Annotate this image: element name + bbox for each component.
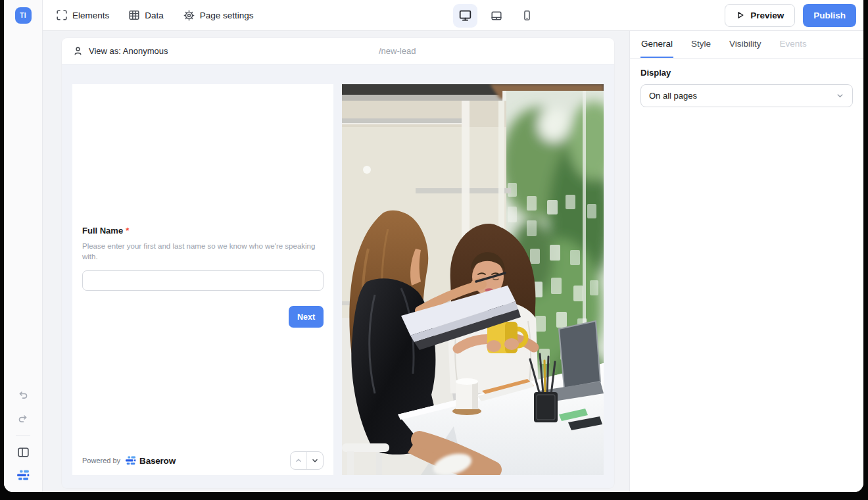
grid-table-icon: [129, 10, 139, 20]
selection-corners-icon: [57, 10, 67, 20]
data-button[interactable]: Data: [129, 10, 164, 20]
panel-body: Display On all pages: [630, 59, 863, 116]
play-icon: [736, 11, 745, 20]
builder-nav: Elements Data: [57, 10, 254, 21]
panel-tabs: General Style Visibility Events: [630, 31, 863, 59]
baserow-logo-icon: [125, 456, 136, 466]
tablet-icon: [491, 10, 502, 22]
toolbar-actions: Preview Publish: [725, 4, 863, 27]
next-row: Next: [82, 306, 324, 328]
tab-general[interactable]: General: [640, 31, 673, 58]
field-help-text: Please enter your first and last name so…: [82, 241, 324, 262]
workarea: View as: Anonymous /new-lead Full Name *…: [43, 31, 863, 492]
baserow-logo-icon[interactable]: [16, 468, 30, 483]
page-settings-button[interactable]: Page settings: [183, 10, 254, 21]
page-body: Full Name * Please enter your first and …: [62, 64, 614, 488]
tab-style[interactable]: Style: [690, 31, 711, 58]
photo-two-women-office: [342, 84, 604, 475]
field-label-row: Full Name *: [82, 226, 324, 236]
chevron-down-icon: [836, 91, 844, 100]
data-label: Data: [145, 11, 164, 20]
elements-label: Elements: [72, 11, 109, 20]
sidebar-divider: [16, 435, 30, 436]
publish-button[interactable]: Publish: [803, 4, 856, 27]
app-window: TI: [4, 0, 863, 492]
chevron-down-icon: [311, 457, 319, 464]
step-down-button[interactable]: [306, 452, 323, 469]
tab-visibility[interactable]: Visibility: [729, 31, 762, 58]
step-up-button[interactable]: [291, 452, 306, 469]
preview-button[interactable]: Preview: [725, 4, 795, 27]
device-tablet-button[interactable]: [484, 4, 508, 28]
display-label: Display: [640, 68, 853, 78]
view-as-bar[interactable]: View as: Anonymous /new-lead: [62, 38, 614, 64]
display-select[interactable]: On all pages: [640, 84, 853, 107]
field-label: Full Name: [82, 226, 123, 236]
toggle-panel-button[interactable]: [16, 445, 30, 459]
top-toolbar: Elements Data: [43, 0, 863, 31]
person-icon: [73, 46, 83, 56]
canvas: View as: Anonymous /new-lead Full Name *…: [43, 31, 629, 492]
view-as-label: View as: Anonymous: [89, 46, 168, 56]
gear-icon: [183, 10, 195, 21]
undo-button[interactable]: [16, 388, 30, 402]
panel-toggle-icon: [17, 446, 30, 459]
redo-button[interactable]: [16, 411, 30, 426]
required-marker: *: [126, 226, 129, 236]
undo-icon: [17, 389, 29, 401]
redo-icon: [17, 413, 29, 424]
chevron-up-icon: [295, 457, 302, 464]
elements-button[interactable]: Elements: [57, 10, 109, 20]
form-footer: Powered by Baserow: [82, 451, 324, 470]
sidebar-bottom-tools: [16, 388, 30, 483]
page-preview-frame: View as: Anonymous /new-lead Full Name *…: [62, 38, 614, 488]
full-name-input[interactable]: [82, 270, 324, 291]
next-button[interactable]: Next: [289, 306, 324, 328]
desktop-icon: [459, 9, 471, 22]
step-navigator: [290, 451, 324, 470]
settings-panel: General Style Visibility Events Display …: [629, 31, 863, 492]
main-column: Elements Data: [43, 0, 863, 492]
device-phone-button[interactable]: [515, 4, 539, 28]
smartphone-icon: [521, 10, 533, 21]
device-desktop-button[interactable]: [453, 4, 477, 28]
tab-events: Events: [779, 31, 808, 58]
left-sidebar: TI: [4, 0, 43, 492]
page-settings-label: Page settings: [200, 11, 254, 20]
form-column[interactable]: Full Name * Please enter your first and …: [72, 84, 333, 475]
page-path: /new-lead: [379, 46, 416, 56]
preview-label: Preview: [750, 11, 784, 20]
brand-label: Baserow: [139, 456, 176, 466]
powered-by-label: Powered by: [82, 457, 120, 464]
workspace-badge[interactable]: TI: [15, 7, 32, 24]
device-switcher: [453, 0, 539, 31]
display-select-value: On all pages: [649, 91, 697, 101]
